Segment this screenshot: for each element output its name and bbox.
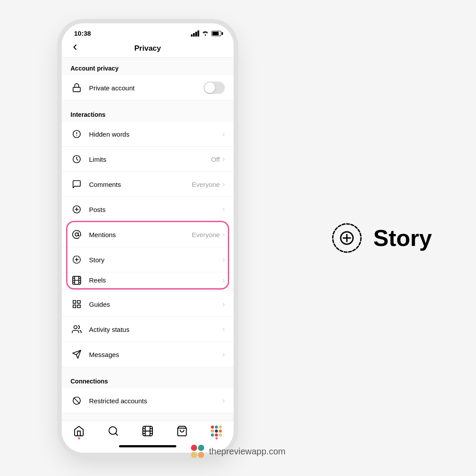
- comment-icon: [71, 178, 83, 190]
- restricted-icon: [71, 394, 83, 407]
- tab-shop[interactable]: [176, 425, 188, 437]
- tab-bar: [62, 420, 234, 439]
- svg-point-25: [215, 426, 218, 429]
- page-wrapper: 10:38: [0, 0, 476, 476]
- comments-label: Comments: [89, 181, 192, 188]
- svg-point-6: [75, 233, 78, 236]
- chevron-icon: ›: [223, 350, 225, 358]
- lock-icon: [71, 82, 83, 94]
- svg-rect-11: [73, 301, 76, 303]
- list-item-restricted-accounts[interactable]: Restricted accounts ›: [62, 388, 234, 413]
- svg-point-40: [198, 452, 204, 458]
- guides-label: Guides: [89, 301, 223, 308]
- highlight-group: Mentions Everyone › Story ›: [62, 222, 234, 288]
- activity-status-label: Activity status: [89, 326, 223, 333]
- status-icons: [191, 30, 221, 37]
- svg-rect-14: [78, 305, 80, 308]
- guides-icon: [71, 298, 83, 310]
- at-icon: [71, 228, 83, 241]
- svg-point-29: [219, 430, 222, 433]
- svg-point-27: [211, 430, 214, 433]
- svg-line-19: [74, 398, 80, 404]
- story-callout: Story: [329, 220, 432, 256]
- list-item-activity-status[interactable]: Activity status ›: [62, 317, 234, 342]
- status-time: 10:38: [74, 30, 91, 37]
- svg-point-28: [215, 430, 218, 433]
- list-item-messages[interactable]: Messages ›: [62, 342, 234, 367]
- svg-point-30: [211, 434, 214, 437]
- footer-text: thepreviewapp.com: [209, 446, 285, 457]
- wifi-icon: [202, 30, 209, 37]
- chevron-icon: ›: [223, 205, 225, 213]
- chevron-icon: ›: [223, 130, 225, 138]
- svg-point-32: [219, 434, 222, 437]
- chevron-icon: ›: [223, 256, 225, 264]
- list-item-mentions[interactable]: Mentions Everyone ›: [62, 222, 234, 247]
- footer: thepreviewapp.com: [190, 444, 285, 458]
- section-interactions: Interactions: [62, 104, 234, 122]
- svg-line-21: [115, 433, 118, 435]
- list-item-reels[interactable]: Reels ›: [62, 272, 234, 288]
- list-item-hidden-words[interactable]: Hidden words ›: [62, 122, 234, 147]
- svg-point-26: [219, 426, 222, 429]
- svg-rect-12: [78, 301, 80, 303]
- chevron-icon: ›: [223, 155, 225, 163]
- limits-value: Off: [211, 156, 220, 163]
- story-icon: [71, 253, 83, 266]
- filter-icon: [71, 128, 83, 140]
- tab-reels[interactable]: [142, 425, 153, 437]
- footer-logo: [190, 444, 205, 458]
- limits-label: Limits: [89, 156, 211, 163]
- limits-icon: [71, 153, 83, 165]
- section-account-privacy: Account privacy: [62, 58, 234, 75]
- chevron-icon: ›: [223, 325, 225, 333]
- status-bar: 10:38: [62, 23, 234, 40]
- chevron-icon: ›: [223, 300, 225, 308]
- tab-profile[interactable]: [211, 425, 222, 437]
- comments-value: Everyone: [192, 181, 219, 188]
- back-button[interactable]: [71, 43, 79, 54]
- list-item-limits[interactable]: Limits Off ›: [62, 147, 234, 172]
- restricted-accounts-label: Restricted accounts: [89, 397, 223, 405]
- list-item-story[interactable]: Story ›: [62, 247, 234, 272]
- list-item-posts[interactable]: Posts ›: [62, 197, 234, 222]
- messages-label: Messages: [89, 351, 223, 358]
- list-item-comments[interactable]: Comments Everyone ›: [62, 172, 234, 197]
- svg-point-38: [198, 445, 204, 451]
- mentions-label: Mentions: [89, 231, 192, 238]
- reels-icon: [71, 274, 83, 286]
- activity-status-icon: [71, 323, 83, 335]
- story-callout-text: Story: [373, 225, 432, 251]
- mentions-value: Everyone: [192, 231, 219, 238]
- battery-icon: [212, 31, 221, 36]
- chevron-icon: ›: [223, 180, 225, 188]
- tab-home[interactable]: [73, 425, 85, 437]
- section-connections: Connections: [62, 371, 234, 388]
- chevron-icon: ›: [223, 276, 225, 284]
- story-large-icon: [329, 220, 364, 256]
- tab-search[interactable]: [108, 425, 119, 437]
- svg-point-39: [191, 452, 197, 458]
- svg-point-37: [191, 445, 197, 451]
- list-item-private-account[interactable]: Private account: [62, 75, 234, 100]
- posts-icon: [71, 203, 83, 216]
- phone-shell: 10:38: [62, 23, 234, 453]
- posts-label: Posts: [89, 206, 223, 213]
- screen-content[interactable]: Account privacy Private account Interact…: [62, 58, 234, 420]
- private-account-label: Private account: [89, 84, 204, 92]
- svg-point-24: [211, 426, 214, 429]
- chevron-icon: ›: [223, 231, 225, 238]
- chevron-icon: ›: [223, 397, 225, 405]
- private-account-toggle[interactable]: [204, 82, 225, 94]
- story-label: Story: [89, 256, 223, 264]
- svg-rect-0: [73, 87, 81, 92]
- svg-point-31: [215, 434, 218, 437]
- hidden-words-label: Hidden words: [89, 130, 223, 138]
- nav-bar: Privacy: [62, 40, 234, 58]
- reels-label: Reels: [89, 276, 223, 284]
- messages-icon: [71, 348, 83, 361]
- list-item-guides[interactable]: Guides ›: [62, 292, 234, 317]
- nav-title: Privacy: [134, 44, 161, 53]
- signal-icon: [191, 30, 199, 37]
- svg-rect-13: [73, 305, 76, 308]
